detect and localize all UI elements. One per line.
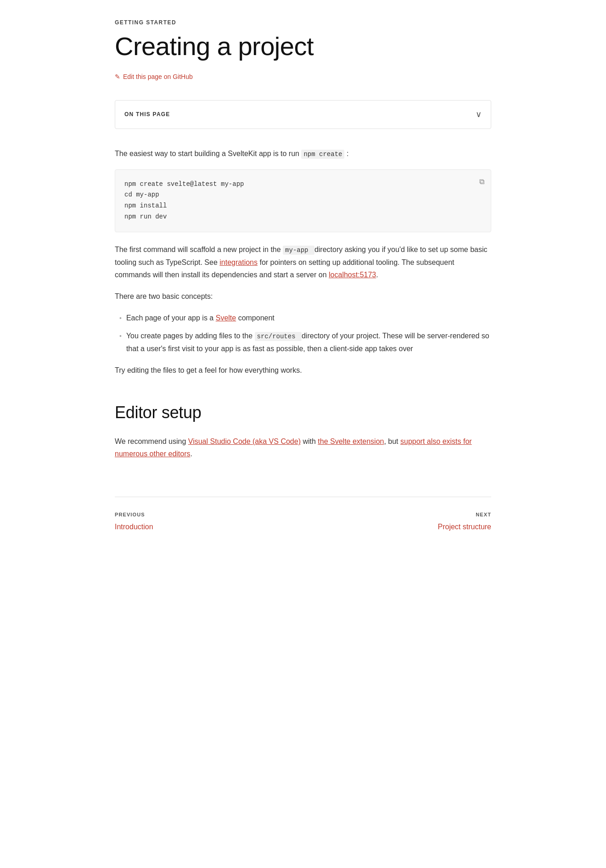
npm-create-inline-code: npm create (301, 150, 344, 159)
localhost-link[interactable]: localhost:5173 (329, 271, 376, 279)
src-routes-inline-code: src/routes (255, 332, 302, 341)
list-item-2: You create pages by adding files to the … (119, 330, 491, 355)
nav-previous: PREVIOUS Introduction (115, 511, 153, 532)
editor-setup-heading: Editor setup (115, 399, 491, 426)
on-this-page-section[interactable]: ON THIS PAGE ∨ (115, 100, 491, 129)
page-title: Creating a project (115, 32, 491, 61)
code-line-1: npm create svelte@latest my-app (124, 179, 482, 190)
bullet-2: You create pages by adding files to the … (126, 330, 491, 355)
vscode-link[interactable]: Visual Studio Code (aka VS Code) (188, 437, 301, 445)
getting-started-label: GETTING STARTED (115, 18, 491, 27)
intro-paragraph: The easiest way to start building a Svel… (115, 147, 491, 160)
list-item-1: Each page of your app is a Svelte compon… (119, 312, 491, 324)
svelte-link[interactable]: Svelte (216, 314, 236, 322)
previous-label: PREVIOUS (115, 511, 153, 519)
code-line-2: cd my-app (124, 190, 482, 201)
next-label: NEXT (476, 511, 491, 519)
on-this-page-label: ON THIS PAGE (124, 110, 170, 119)
two-concepts-paragraph: There are two basic concepts: (115, 290, 491, 302)
svelte-extension-link[interactable]: the Svelte extension (318, 437, 384, 445)
edit-page-link[interactable]: ✎ Edit this page on GitHub (115, 72, 193, 82)
code-line-3: npm install (124, 201, 482, 212)
next-link[interactable]: Project structure (438, 521, 491, 533)
page-navigation: PREVIOUS Introduction NEXT Project struc… (115, 497, 491, 532)
edit-icon: ✎ (115, 72, 120, 82)
copy-button[interactable]: ⧉ (479, 176, 484, 189)
previous-link[interactable]: Introduction (115, 521, 153, 533)
try-editing-paragraph: Try editing the files to get a feel for … (115, 364, 491, 376)
code-block: ⧉ npm create svelte@latest my-app cd my-… (115, 169, 491, 232)
editor-setup-paragraph: We recommend using Visual Studio Code (a… (115, 435, 491, 460)
chevron-down-icon: ∨ (476, 108, 482, 121)
concepts-list: Each page of your app is a Svelte compon… (115, 312, 491, 355)
my-app-inline-code: my-app (283, 246, 314, 255)
nav-next: NEXT Project structure (438, 511, 491, 532)
first-paragraph: The first command will scaffold a new pr… (115, 243, 491, 281)
code-line-4: npm run dev (124, 212, 482, 223)
bullet-1: Each page of your app is a Svelte compon… (126, 312, 275, 324)
integrations-link[interactable]: integrations (219, 258, 258, 266)
